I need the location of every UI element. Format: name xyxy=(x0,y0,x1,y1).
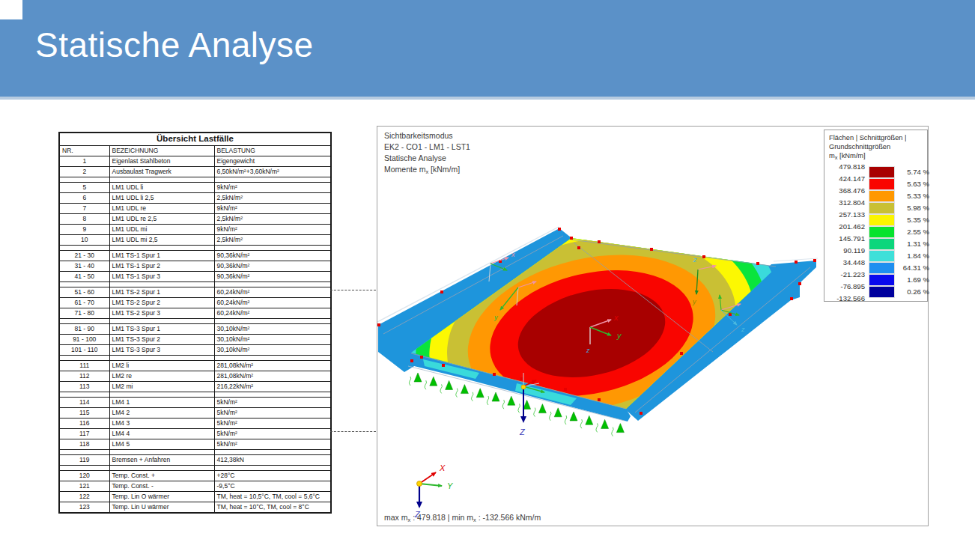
load-case-row: 117LM4 45kN/m² xyxy=(59,428,331,439)
caption-line-momente: Momente mx [kNm/m] xyxy=(384,164,470,177)
legend-color-cell xyxy=(869,238,895,250)
legend-value: 34.448 xyxy=(829,258,865,267)
legend-color-cell xyxy=(869,274,895,286)
nr-cell: 122 xyxy=(59,491,109,502)
nr-cell: 41 - 50 xyxy=(59,271,109,281)
legend-value: 479.818 xyxy=(829,162,865,171)
axis-label: Y xyxy=(447,481,453,490)
belastung-cell: 2,5kN/m² xyxy=(214,234,331,245)
caption-line: Sichtbarkeitsmodus xyxy=(384,130,470,141)
bezeichnung-cell: LM1 UDL re xyxy=(109,203,214,213)
load-case-row: 91 - 100LM1 TS-3 Spur 230,10kN/m² xyxy=(59,334,331,344)
global-coordinate-system: X Y Z xyxy=(414,463,453,519)
legend-value: 201.462 xyxy=(829,222,865,231)
belastung-cell: 2,5kN/m² xyxy=(214,213,331,224)
load-case-row: 6LM1 UDL li 2,52,5kN/m² xyxy=(59,192,331,203)
nr-cell: 6 xyxy=(59,192,109,203)
belastung-cell: 5kN/m² xyxy=(214,428,331,439)
load-case-row: 118LM4 55kN/m² xyxy=(59,439,331,449)
belastung-cell: 2,5kN/m² xyxy=(214,192,331,203)
slide-header: Statische Analyse xyxy=(0,0,975,100)
load-case-row: 113LM2 mi216,22kN/m² xyxy=(59,381,331,392)
belastung-cell: 5kN/m² xyxy=(214,397,331,407)
legend-color-cell xyxy=(869,166,895,178)
axis-label: y xyxy=(493,314,498,321)
bezeichnung-cell: Temp. Const. + xyxy=(109,470,214,481)
belastung-cell: 60,24kN/m² xyxy=(214,287,331,297)
belastung-cell: TM, heat = 10°C, TM, cool = 8°C xyxy=(214,502,331,513)
belastung-cell: 30,10kN/m² xyxy=(214,344,331,355)
nr-cell: 7 xyxy=(59,203,109,213)
viewer-status-bar: max mx : 479.818 | min mx : -132.566 kNm… xyxy=(384,513,541,523)
belastung-cell: 60,24kN/m² xyxy=(214,297,331,308)
nr-cell: 31 - 40 xyxy=(59,261,109,271)
bezeichnung-cell: LM1 TS-1 Spur 1 xyxy=(109,250,214,261)
legend-color-cell xyxy=(869,178,895,190)
nr-cell: 9 xyxy=(59,224,109,234)
load-case-row: 9LM1 UDL mi9kN/m² xyxy=(59,224,331,234)
axis-label: z xyxy=(586,347,590,354)
legend-percent: 0.26 % xyxy=(898,287,929,296)
nr-cell: 91 - 100 xyxy=(59,334,109,344)
legend-percent: 5.35 % xyxy=(898,216,929,224)
belastung-cell: +28°C xyxy=(214,470,331,481)
caption-line: Statische Analyse xyxy=(384,153,470,164)
legend-percent: 5.98 % xyxy=(898,204,929,212)
bezeichnung-cell: LM1 UDL mi xyxy=(109,224,214,234)
bezeichnung-cell: LM4 2 xyxy=(109,407,214,418)
axis-label: z xyxy=(693,256,697,264)
nr-cell: 114 xyxy=(59,397,109,407)
bezeichnung-cell: Temp. Lin O wärmer xyxy=(109,491,214,502)
column-header: BELASTUNG xyxy=(214,145,331,156)
nr-cell: 111 xyxy=(59,360,109,371)
legend-color-cell xyxy=(869,250,895,262)
load-case-row: 111LM2 li281,08kN/m² xyxy=(59,360,331,371)
legend-value: -21.223 xyxy=(829,270,865,279)
belastung-cell: 412,38kN xyxy=(214,454,331,465)
legend-percent: 64.31 % xyxy=(898,264,929,272)
legend-color-cell xyxy=(869,262,895,274)
viewer-caption: Sichtbarkeitsmodus EK2 - CO1 - LM1 - LST… xyxy=(384,130,470,177)
legend-percent: 5.74 % xyxy=(898,168,929,176)
bezeichnung-cell: LM1 TS-2 Spur 1 xyxy=(109,287,214,297)
nr-cell: 81 - 90 xyxy=(59,323,109,334)
nr-cell: 121 xyxy=(59,481,109,491)
legend-color-cell xyxy=(869,226,895,238)
separator-row xyxy=(59,281,331,287)
load-case-row: 51 - 60LM1 TS-2 Spur 160,24kN/m² xyxy=(59,287,331,297)
belastung-cell: 281,08kN/m² xyxy=(214,371,331,381)
belastung-cell: 90,36kN/m² xyxy=(214,261,331,271)
nr-cell: 1 xyxy=(59,156,109,166)
load-case-row: 123Temp. Lin U wärmerTM, heat = 10°C, TM… xyxy=(59,502,331,513)
belastung-cell: 5kN/m² xyxy=(214,407,331,418)
separator-row xyxy=(59,245,331,250)
nr-cell: 115 xyxy=(59,407,109,418)
load-case-row: 116LM4 35kN/m² xyxy=(59,418,331,428)
bezeichnung-cell: LM4 5 xyxy=(109,439,214,449)
legend-value: -132.566 xyxy=(829,294,865,302)
caption-line: EK2 - CO1 - LM1 - LST1 xyxy=(384,141,470,153)
legend-percent: 5.63 % xyxy=(898,180,929,188)
separator-row xyxy=(59,465,331,470)
belastung-cell: TM, heat = 10,5°C, TM, cool = 5,6°C xyxy=(214,491,331,502)
belastung-cell: -9,5°C xyxy=(214,481,331,491)
nr-cell: 119 xyxy=(59,454,109,465)
nr-cell: 112 xyxy=(59,371,109,381)
bezeichnung-cell: Bremsen + Anfahren xyxy=(109,454,214,465)
load-case-row: 61 - 70LM1 TS-2 Spur 260,24kN/m² xyxy=(59,297,331,308)
load-case-row: 7LM1 UDL re9kN/m² xyxy=(59,203,331,213)
legend-percent: 1.69 % xyxy=(898,276,929,284)
load-case-row: 81 - 90LM1 TS-3 Spur 130,10kN/m² xyxy=(59,323,331,334)
callout-line-bottom xyxy=(330,431,376,432)
belastung-cell: 5kN/m² xyxy=(214,439,331,449)
legend-percent: 1.84 % xyxy=(898,252,929,260)
belastung-cell: 216,22kN/m² xyxy=(214,381,331,392)
belastung-cell: 6,50kN/m²+3,60kN/m² xyxy=(214,166,331,177)
nr-cell: 2 xyxy=(59,166,109,177)
bezeichnung-cell: LM1 UDL li xyxy=(109,182,214,192)
nr-cell: 71 - 80 xyxy=(59,308,109,318)
separator-row xyxy=(59,392,331,397)
legend-value: -76.895 xyxy=(829,282,865,290)
load-case-row: 115LM4 25kN/m² xyxy=(59,407,331,418)
axis-label: z xyxy=(741,326,745,333)
